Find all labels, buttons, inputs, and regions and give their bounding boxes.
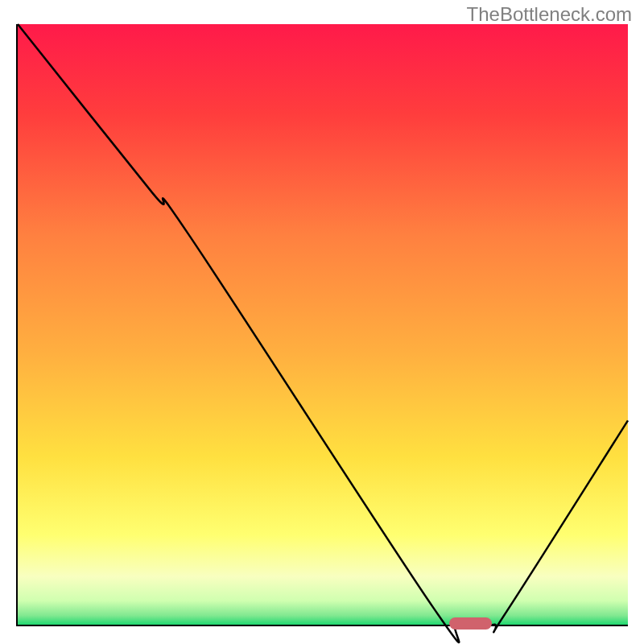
bottleneck-chart: [16, 24, 628, 626]
optimal-marker: [449, 617, 492, 630]
bottleneck-curve: [18, 24, 628, 625]
watermark-text: TheBottleneck.com: [467, 3, 632, 26]
